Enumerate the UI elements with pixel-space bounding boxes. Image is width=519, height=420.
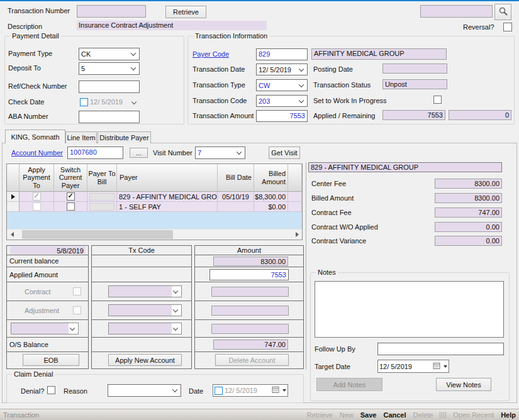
contract-amount-field <box>211 287 289 297</box>
transaction-code-label: Transaction Code <box>193 97 247 104</box>
scroll-right-button[interactable] <box>292 229 302 240</box>
switch-payer-checkbox[interactable] <box>67 202 75 211</box>
col-payer[interactable]: Payer <box>117 164 218 192</box>
account-lookup-button[interactable]: ... <box>130 148 148 158</box>
payer-cell[interactable]: 1 - SELF PAY <box>117 202 218 212</box>
apply-payment-cell[interactable] <box>20 202 54 212</box>
payer-grid-row-2[interactable]: 1 - SELF PAY $0.00 <box>7 202 302 212</box>
ref-check-number-input[interactable] <box>79 80 140 93</box>
eob-button[interactable]: EOB <box>23 354 79 366</box>
payment-type-label: Payment Type <box>8 50 52 57</box>
deposit-to-select[interactable]: 5 <box>79 62 140 75</box>
apply-table-amount-column: Amount 8300.00 7553 747.00 Delete Accoun… <box>194 245 304 369</box>
transaction-type-label: Transaction Type <box>193 81 245 89</box>
check-date-picker[interactable]: 12/ 5/2019 <box>79 96 140 108</box>
applied-amount-input[interactable]: 7553 <box>209 269 289 280</box>
scroll-left-button[interactable] <box>7 229 17 240</box>
payer-to-bill-cell[interactable] <box>87 192 117 202</box>
status-new-command: New <box>340 411 354 419</box>
adjustment-label: Adjustment <box>25 307 59 314</box>
apply-payment-checkbox <box>33 192 41 201</box>
switch-payer-checkbox[interactable] <box>67 192 75 201</box>
status-context-label: Transaction <box>0 411 39 419</box>
check-date-label: Check Date <box>8 98 44 106</box>
switch-payer-cell[interactable] <box>54 202 87 212</box>
col-bill-date[interactable]: Bill Date <box>218 164 254 192</box>
scrollbar-thumb[interactable] <box>22 230 173 239</box>
tab-distribute-payer[interactable]: Distribute Payer <box>98 131 151 143</box>
status-help-command[interactable]: Help <box>501 411 516 419</box>
col-billed-amount[interactable]: Billed Amount <box>254 164 288 192</box>
transaction-info-title: Transaction Information <box>193 32 269 40</box>
row-selector-cell[interactable] <box>7 202 20 212</box>
payer-code-link[interactable]: Payer Code <box>193 50 229 58</box>
notes-textarea[interactable] <box>315 281 504 338</box>
grid-horizontal-scrollbar[interactable] <box>7 229 302 240</box>
payer-to-bill-box[interactable] <box>89 203 114 211</box>
follow-up-by-input[interactable] <box>377 343 504 355</box>
transaction-amount-input[interactable]: 7553 <box>256 110 308 122</box>
denial-checkbox[interactable] <box>47 386 55 394</box>
col-payer-to-bill[interactable]: Payer To Bill <box>87 164 117 192</box>
billed-amount-cell[interactable]: $0.00 <box>254 202 288 212</box>
row-selector-cell[interactable] <box>7 192 20 202</box>
bill-date-cell[interactable]: 05/10/19 <box>218 192 254 202</box>
check-date-checkbox[interactable] <box>80 98 88 106</box>
account-number-link[interactable]: Account Number <box>11 149 63 157</box>
retrieve-button[interactable]: Retrieve <box>165 6 206 18</box>
clipped-cell <box>288 192 302 202</box>
status-save-command[interactable]: Save <box>360 411 377 419</box>
status-cancel-command[interactable]: Cancel <box>383 411 406 419</box>
aba-number-input[interactable] <box>79 111 140 123</box>
col-apply-payment-to[interactable]: Apply Payment To <box>20 164 54 192</box>
view-notes-button[interactable]: View Notes <box>436 378 491 391</box>
calendar-dropdown-icon <box>444 365 447 368</box>
payer-to-bill-box[interactable] <box>89 193 114 201</box>
col-switch-current-payer[interactable]: Switch Current Payer <box>54 164 87 192</box>
payer-cell[interactable]: 829 - AFFINITY MEDICAL GRO <box>117 192 218 202</box>
payer-to-bill-cell[interactable] <box>87 202 117 212</box>
switch-payer-cell[interactable] <box>54 192 87 202</box>
apply-payment-checkbox[interactable] <box>33 202 41 211</box>
billed-amount-cell[interactable]: $8,300.00 <box>254 192 288 202</box>
transaction-code-select[interactable]: 203 <box>256 95 308 107</box>
reversal-checkbox[interactable] <box>503 23 512 31</box>
adjustment-amount-field <box>211 306 289 316</box>
transaction-type-select[interactable]: CW <box>256 79 308 91</box>
payment-type-select[interactable]: CK <box>79 48 140 60</box>
visit-number-select[interactable]: 7 <box>195 146 245 159</box>
grid-empty-area <box>7 212 302 229</box>
denial-reason-select[interactable] <box>108 384 181 397</box>
tab-patient[interactable]: KING, Somnath <box>5 130 65 143</box>
denial-date-checkbox[interactable] <box>215 387 223 395</box>
work-in-progress-checkbox[interactable] <box>433 96 442 104</box>
delete-account-button: Delete Account <box>215 354 289 366</box>
payer-grid-row-1[interactable]: 829 - AFFINITY MEDICAL GRO 05/10/19 $8,3… <box>7 192 302 202</box>
payer-name-field: AFFINITY MEDICAL GROUP <box>311 48 447 60</box>
deposit-to-label: Deposit To <box>8 64 41 72</box>
reversal-label: Reversal? <box>463 23 494 31</box>
scroll-right-icon <box>296 232 299 237</box>
aba-number-label: ABA Number <box>8 113 48 120</box>
current-row-arrow-icon <box>11 194 15 199</box>
apply-new-account-button[interactable]: Apply New Account <box>108 354 182 366</box>
tab-line-item[interactable]: Line Item <box>65 131 97 143</box>
transaction-window: Transaction Number Retrieve Description … <box>0 0 519 420</box>
bill-date-cell[interactable] <box>218 202 254 212</box>
transaction-date-picker[interactable]: 12/ 5/2019 <box>256 64 308 75</box>
payer-code-input[interactable]: 829 <box>256 48 308 60</box>
denial-date-picker[interactable]: 12/ 5/2019 <box>213 384 288 397</box>
current-balance-value: 8300.00 <box>213 257 288 266</box>
search-button[interactable] <box>494 4 511 20</box>
chevron-down-icon <box>131 99 137 104</box>
account-number-input[interactable]: 1007680 <box>67 146 123 159</box>
get-visit-button[interactable]: Get Visit <box>269 146 300 159</box>
work-in-progress-label: Set to Work In Progress <box>313 97 387 104</box>
denial-label: Denial? <box>21 387 44 395</box>
target-date-picker[interactable]: 12/ 5/2019 <box>377 360 449 373</box>
applied-remaining-label: Applied / Remaining <box>313 112 375 119</box>
grid-corner-header <box>7 164 20 192</box>
posting-date-label: Posting Date <box>313 65 353 73</box>
contract-fee-label: Contract Fee <box>311 209 352 216</box>
target-date-label: Target Date <box>315 363 350 370</box>
